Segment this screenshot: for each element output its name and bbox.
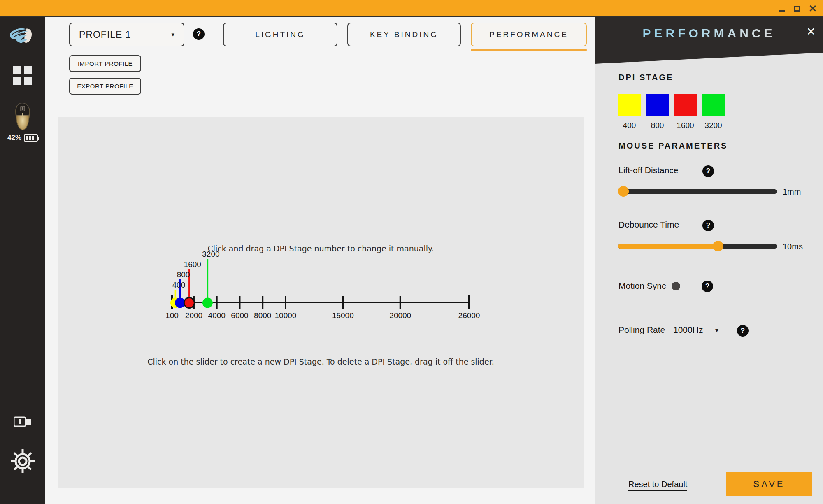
axis-tick-label-26000: 26000 bbox=[458, 311, 480, 320]
import-profile-button[interactable]: IMPORT PROFILE bbox=[69, 55, 141, 72]
maximize-button[interactable] bbox=[793, 4, 802, 13]
help-icon: ? bbox=[706, 167, 710, 175]
dpi-slider-scale[interactable]: 1002000400060008000100001500020000260004… bbox=[58, 117, 584, 488]
tab-key-binding[interactable]: KEY BINDING bbox=[347, 23, 461, 46]
minimize-icon bbox=[779, 10, 785, 12]
polling-rate-label: Polling Rate bbox=[618, 325, 665, 335]
apps-grid-icon bbox=[13, 66, 32, 85]
minimize-button[interactable] bbox=[777, 4, 786, 13]
lift-off-help-button[interactable]: ? bbox=[702, 165, 714, 177]
sidebar-item-device[interactable] bbox=[0, 103, 45, 132]
sidebar-item-apps[interactable] bbox=[0, 66, 45, 85]
motion-sync-help-button[interactable]: ? bbox=[702, 281, 713, 292]
axis-tick-label-6000: 6000 bbox=[231, 311, 248, 320]
titlebar: ✕ bbox=[0, 0, 823, 17]
dpi-stage-swatches bbox=[618, 94, 725, 116]
slider-fill bbox=[618, 244, 718, 249]
panel-close-button[interactable]: ✕ bbox=[806, 26, 816, 37]
axis-tick-label-2000: 2000 bbox=[185, 311, 202, 320]
polling-rate-help-button[interactable]: ? bbox=[737, 325, 749, 337]
sidebar: 42% bbox=[0, 17, 45, 504]
chevron-down-icon: ▾ bbox=[715, 327, 718, 334]
dpi-stage-values: 40080016003200 bbox=[618, 121, 725, 130]
mouse-device-icon bbox=[14, 103, 32, 132]
axis-tick-label-15000: 15000 bbox=[332, 311, 354, 320]
mouse-parameters-heading: MOUSE PARAMETERS bbox=[618, 141, 728, 151]
dpi-swatch-value: 400 bbox=[618, 121, 641, 130]
dpi-swatch-800[interactable] bbox=[646, 94, 669, 116]
maximize-icon bbox=[794, 6, 800, 12]
main-content: PROFILE 1 ▾ ? LIGHTINGKEY BINDINGPERFORM… bbox=[45, 17, 595, 504]
dpi-swatch-value: 1600 bbox=[674, 121, 697, 130]
profile-selector-value: PROFILE 1 bbox=[79, 29, 131, 40]
close-icon: ✕ bbox=[806, 26, 816, 38]
brand-logo-icon bbox=[8, 24, 37, 48]
lift-off-slider[interactable] bbox=[618, 186, 777, 197]
axis-tick-label-10000: 10000 bbox=[275, 311, 297, 320]
profile-help-button[interactable]: ? bbox=[193, 28, 205, 40]
dpi-instruction-bottom: Click on the slider to create a new DPI … bbox=[58, 357, 584, 366]
debounce-slider[interactable] bbox=[618, 241, 777, 251]
debounce-label: Debounce Time bbox=[618, 220, 679, 230]
sidebar-item-home[interactable] bbox=[0, 24, 45, 48]
lift-off-label: Lift-off Distance bbox=[618, 165, 679, 175]
sidebar-item-settings[interactable] bbox=[0, 448, 45, 474]
tab-performance[interactable]: PERFORMANCE bbox=[471, 23, 587, 46]
dpi-swatch-value: 800 bbox=[646, 121, 669, 130]
slider-track[interactable] bbox=[618, 189, 777, 194]
dpi-swatch-3200[interactable] bbox=[702, 94, 725, 116]
battery-icon bbox=[24, 134, 38, 142]
battery-status: 42% bbox=[0, 134, 45, 142]
dpi-stage-marker-1600[interactable] bbox=[184, 298, 194, 308]
dpi-stage-label-3200[interactable]: 3200 bbox=[202, 250, 219, 258]
axis-tick-label-100: 100 bbox=[165, 311, 179, 320]
lift-off-value: 1mm bbox=[783, 187, 801, 197]
chevron-down-icon: ▾ bbox=[171, 31, 174, 38]
dpi-stage-label-1600[interactable]: 1600 bbox=[184, 260, 201, 269]
motion-sync-toggle[interactable] bbox=[672, 282, 680, 290]
dpi-swatch-1600[interactable] bbox=[674, 94, 697, 116]
dpi-swatch-value: 3200 bbox=[702, 121, 725, 130]
help-icon: ? bbox=[741, 327, 745, 335]
performance-panel: PERFORMANCE ✕ DPI STAGE 40080016003200 M… bbox=[595, 17, 823, 504]
close-window-button[interactable]: ✕ bbox=[808, 4, 817, 13]
battery-percent-label: 42% bbox=[7, 134, 21, 142]
export-profile-button[interactable]: EXPORT PROFILE bbox=[69, 78, 141, 95]
reset-to-default-link[interactable]: Reset to Default bbox=[628, 480, 687, 491]
dpi-stage-label-400[interactable]: 400 bbox=[172, 281, 186, 289]
axis-tick-label-20000: 20000 bbox=[389, 311, 411, 320]
dpi-stage-label-800[interactable]: 800 bbox=[177, 270, 190, 279]
tab-lighting[interactable]: LIGHTING bbox=[223, 23, 337, 46]
dongle-icon bbox=[14, 416, 32, 428]
save-button[interactable]: SAVE bbox=[726, 472, 812, 496]
close-icon: ✕ bbox=[809, 4, 817, 14]
polling-rate-value[interactable]: 1000Hz bbox=[673, 325, 703, 335]
motion-sync-label: Motion Sync bbox=[618, 281, 666, 291]
help-icon: ? bbox=[706, 221, 710, 230]
axis-tick-label-4000: 4000 bbox=[208, 311, 226, 320]
profile-selector[interactable]: PROFILE 1 ▾ bbox=[69, 23, 184, 46]
window-controls: ✕ bbox=[777, 0, 817, 17]
axis-tick-label-8000: 8000 bbox=[254, 311, 271, 320]
debounce-help-button[interactable]: ? bbox=[702, 220, 714, 231]
slider-knob[interactable] bbox=[713, 241, 723, 251]
help-icon: ? bbox=[705, 282, 709, 290]
slider-knob[interactable] bbox=[618, 186, 629, 197]
panel-title: PERFORMANCE bbox=[595, 26, 823, 40]
help-icon: ? bbox=[197, 30, 201, 38]
debounce-value: 10ms bbox=[783, 242, 803, 251]
sidebar-item-dongle[interactable] bbox=[0, 416, 45, 428]
dpi-swatch-400[interactable] bbox=[618, 94, 641, 116]
tab-bar: LIGHTINGKEY BINDINGPERFORMANCE bbox=[223, 23, 587, 46]
panel-header bbox=[595, 17, 823, 67]
app-window: ✕ bbox=[0, 0, 823, 504]
dpi-stage-heading: DPI STAGE bbox=[618, 73, 673, 82]
settings-gear-icon bbox=[10, 448, 35, 474]
polling-rate-dropdown[interactable]: ▾ bbox=[715, 326, 718, 334]
dpi-chart-area[interactable]: Click and drag a DPI Stage number to cha… bbox=[58, 117, 584, 488]
dpi-stage-marker-3200[interactable] bbox=[202, 298, 213, 308]
